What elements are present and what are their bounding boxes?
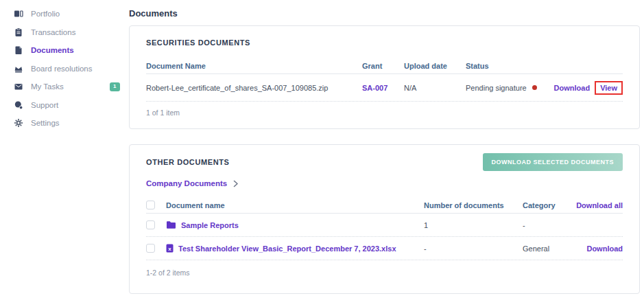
other-card-title: OTHER DOCUMENTS [146, 158, 229, 166]
download-all-link[interactable]: Download all [576, 201, 623, 209]
documents-icon [14, 45, 23, 55]
chevron-right-icon [232, 180, 239, 187]
other-pagination-text: 1-2 of 2 items [146, 269, 623, 277]
xlsx-file-icon: x [166, 244, 174, 253]
view-highlight-box: View [595, 81, 623, 95]
column-header-document-name: Document name [166, 201, 424, 209]
sidebar-item-portfolio[interactable]: Portfolio [0, 5, 127, 23]
grant-link[interactable]: SA-007 [362, 84, 404, 92]
status-dot-icon [532, 85, 537, 90]
sidebar-item-my-tasks[interactable]: My Tasks 1 [0, 78, 127, 96]
status-cell: Pending signature [466, 84, 554, 92]
document-name-cell: Robert-Lee_certificate_of_shares_SA-007_… [146, 84, 362, 92]
download-selected-documents-button[interactable]: DOWNLOAD SELECTED DOCUMENTS [483, 153, 623, 171]
my-tasks-count-badge: 1 [110, 82, 120, 91]
folder-name-label: Sample Reports [181, 221, 239, 229]
svg-text:x: x [168, 246, 171, 252]
download-link[interactable]: Download [586, 244, 623, 253]
sidebar-item-label: Transactions [31, 28, 75, 36]
folder-link[interactable]: Sample Reports [166, 220, 424, 229]
column-header-grant: Grant [362, 62, 404, 70]
sidebar-item-documents[interactable]: Documents [0, 41, 127, 60]
category-cell: General [523, 244, 586, 253]
other-documents-card: OTHER DOCUMENTS DOWNLOAD SELECTED DOCUME… [129, 144, 640, 294]
file-name-label: Test Shareholder View_Basic_Report_Decem… [178, 244, 396, 253]
table-row: Sample Reports 1 - [146, 214, 623, 237]
folder-icon [166, 220, 176, 229]
main-content: Documents SECURITIES DOCUMENTS Document … [129, 0, 640, 296]
number-of-documents-cell: 1 [424, 221, 523, 229]
sidebar-item-label: Settings [31, 119, 60, 127]
sidebar-item-label: Support [31, 101, 58, 109]
row-checkbox[interactable] [146, 220, 155, 229]
transactions-icon [14, 27, 23, 37]
my-tasks-icon [14, 82, 23, 91]
column-header-number-of-documents: Number of documents [424, 201, 523, 209]
status-text: Pending signature [466, 84, 527, 92]
column-header-upload-date: Upload date [404, 62, 466, 70]
sidebar: Portfolio Transactions Documents Board r… [0, 5, 127, 133]
sidebar-item-label: Board resolutions [31, 65, 93, 73]
securities-table-header: Document Name Grant Upload date Status [146, 58, 623, 74]
other-card-header: OTHER DOCUMENTS DOWNLOAD SELECTED DOCUME… [146, 153, 623, 171]
securities-documents-card: SECURITIES DOCUMENTS Document Name Grant… [129, 25, 640, 129]
column-header-category: Category [523, 201, 576, 209]
board-resolutions-icon [14, 64, 23, 73]
select-all-checkbox[interactable] [146, 201, 155, 209]
other-table-header: Document name Number of documents Catego… [146, 197, 623, 214]
securities-card-title: SECURITIES DOCUMENTS [146, 38, 623, 47]
row-checkbox[interactable] [146, 244, 155, 253]
page-title: Documents [129, 8, 178, 19]
file-link[interactable]: x Test Shareholder View_Basic_Report_Dec… [166, 244, 424, 253]
table-row: x Test Shareholder View_Basic_Report_Dec… [146, 237, 623, 260]
sidebar-item-settings[interactable]: Settings [0, 114, 127, 133]
column-header-document-name: Document Name [146, 62, 362, 70]
column-header-status: Status [466, 62, 623, 70]
download-link[interactable]: Download [554, 84, 591, 92]
breadcrumb-label: Company Documents [146, 179, 227, 187]
app-window: Portfolio Transactions Documents Board r… [0, 0, 644, 296]
category-cell: - [523, 221, 623, 229]
sidebar-item-label: My Tasks [31, 82, 64, 91]
securities-pagination-text: 1 of 1 item [146, 109, 623, 117]
row-actions: Download View [554, 81, 623, 95]
sidebar-item-label: Portfolio [31, 10, 60, 18]
sidebar-item-label: Documents [31, 46, 74, 54]
number-of-documents-cell: - [424, 244, 523, 253]
sidebar-item-support[interactable]: Support [0, 96, 127, 115]
table-row: Robert-Lee_certificate_of_shares_SA-007_… [146, 74, 623, 102]
breadcrumb[interactable]: Company Documents [146, 179, 239, 187]
sidebar-item-transactions[interactable]: Transactions [0, 23, 127, 42]
sidebar-item-board-resolutions[interactable]: Board resolutions [0, 60, 127, 78]
upload-date-cell: N/A [404, 84, 466, 92]
portfolio-icon [14, 9, 23, 19]
settings-icon [14, 118, 23, 128]
support-icon [14, 100, 23, 110]
view-link[interactable]: View [600, 84, 617, 92]
